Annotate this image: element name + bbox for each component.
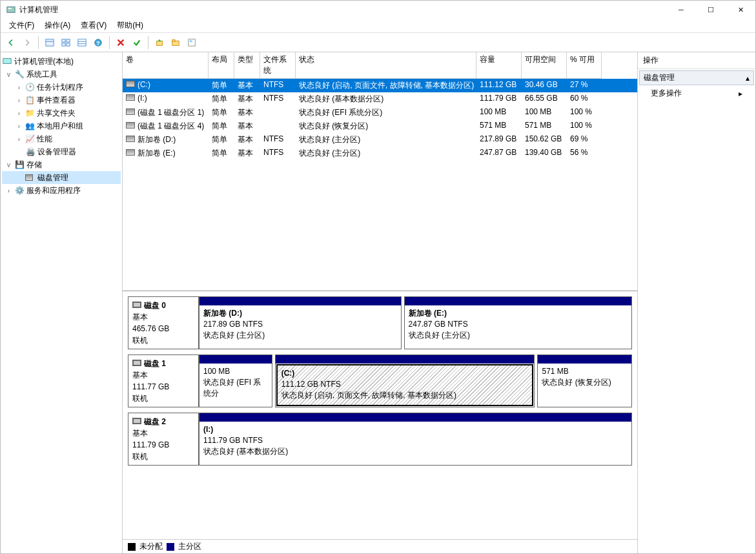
vol-free: 139.40 GB [522,147,567,160]
users-icon: 👥 [25,121,35,131]
nav-tree[interactable]: 计算机管理(本地) v🔧系统工具 ›🕑任务计划程序 ›📋事件查看器 ›📁共享文件… [1,52,123,553]
vol-status: 状态良好 (基本数据分区) [296,92,476,106]
vol-layout: 简单 [209,79,234,92]
partition[interactable]: 新加卷 (D:)217.89 GB NTFS状态良好 (主分区) [199,296,402,349]
partition[interactable]: (C:)111.12 GB NTFS状态良好 (启动, 页面文件, 故障转储, … [275,354,535,407]
col-type[interactable]: 类型 [234,52,260,79]
tree-services[interactable]: ›⚙️服务和应用程序 [2,184,121,197]
disk-info[interactable]: 磁盘 1基本111.77 GB联机 [128,354,199,407]
tree-devmgr[interactable]: 🖨️设备管理器 [2,145,121,158]
disk-row[interactable]: 磁盘 1基本111.77 GB联机100 MB状态良好 (EFI 系统分(C:)… [128,354,632,407]
drive-icon [126,136,135,142]
svg-rect-16 [189,39,196,46]
delete-icon[interactable] [114,36,128,50]
back-button[interactable] [4,36,18,50]
expand-icon[interactable]: › [15,96,23,104]
volume-row[interactable]: 新加卷 (D:)简单基本NTFS状态良好 (主分区)217.89 GB150.6… [123,133,637,147]
disk-info[interactable]: 磁盘 2基本111.79 GB联机 [128,413,199,466]
collapse-icon[interactable]: ▴ [746,74,750,83]
folder-icon[interactable] [169,36,183,50]
tree-diskmgmt[interactable]: 磁盘管理 [2,171,121,184]
actions-group[interactable]: 磁盘管理 ▴ [639,70,754,85]
disk-row[interactable]: 磁盘 2基本111.79 GB联机(I:)111.79 GB NTFS状态良好 … [128,413,632,466]
partition[interactable]: 571 MB状态良好 (恢复分区) [537,354,632,407]
disk-info[interactable]: 磁盘 0基本465.76 GB联机 [128,296,199,349]
collapse-icon[interactable]: v [5,161,13,169]
vol-pct: 100 % [567,119,602,133]
expand-icon[interactable]: › [15,122,23,130]
partition-status: 状态良好 (基本数据分区) [203,446,628,457]
maximize-button[interactable]: ☐ [696,1,726,19]
svg-rect-4 [62,39,65,41]
vol-layout: 简单 [209,119,234,133]
tree-root[interactable]: 计算机管理(本地) [2,55,121,68]
up-icon[interactable] [152,36,167,50]
disk-graphical-view[interactable]: 磁盘 0基本465.76 GB联机新加卷 (D:)217.89 GB NTFS状… [123,291,637,539]
vol-type: 基本 [234,92,260,106]
volume-row[interactable]: (C:)简单基本NTFS状态良好 (启动, 页面文件, 故障转储, 基本数据分区… [123,79,637,92]
help-icon[interactable]: ? [91,36,105,50]
main-content: 卷 布局 类型 文件系统 状态 容量 可用空间 % 可用 (C:)简单基本NTF… [123,52,638,553]
drive-icon [126,94,135,101]
partition-title: 新加卷 (D:) [203,308,397,319]
col-free[interactable]: 可用空间 [522,52,567,79]
col-layout[interactable]: 布局 [209,52,234,79]
legend-primary-swatch [167,543,174,551]
vol-status: 状态良好 (恢复分区) [296,119,476,133]
volume-list[interactable]: 卷 布局 类型 文件系统 状态 容量 可用空间 % 可用 (C:)简单基本NTF… [123,52,637,291]
col-fs[interactable]: 文件系统 [260,52,296,79]
computer-icon [2,56,12,67]
col-pct[interactable]: % 可用 [567,52,602,79]
menu-help[interactable]: 帮助(H) [112,18,148,33]
partition[interactable]: (I:)111.79 GB NTFS状态良好 (基本数据分区) [199,413,632,466]
view-grid-icon[interactable] [59,36,73,50]
expand-icon[interactable]: › [15,135,23,143]
vol-fs: NTFS [260,79,296,92]
view-list-icon[interactable] [43,36,57,50]
window-title: 计算机管理 [19,5,666,15]
expand-icon[interactable]: › [15,83,23,91]
tree-perf[interactable]: ›📈性能 [2,132,121,145]
col-volume[interactable]: 卷 [123,52,209,79]
disk-row[interactable]: 磁盘 0基本465.76 GB联机新加卷 (D:)217.89 GB NTFS状… [128,296,632,349]
partition-title: 新加卷 (E:) [409,308,628,319]
svg-rect-13 [157,41,163,45]
disk-state: 联机 [132,334,194,346]
properties-icon[interactable] [185,36,199,50]
vol-layout: 简单 [209,106,234,119]
check-icon[interactable] [130,36,144,50]
partition-status: 状态良好 (启动, 页面文件, 故障转储, 基本数据分区) [281,390,529,401]
tree-shared[interactable]: ›📁共享文件夹 [2,107,121,119]
menu-file[interactable]: 文件(F) [4,18,39,33]
view-detail-icon[interactable] [75,36,89,50]
forward-button[interactable] [20,36,34,50]
vol-type: 基本 [234,106,260,119]
title-bar: 计算机管理 ─ ☐ ✕ [1,1,755,19]
close-button[interactable]: ✕ [726,1,755,19]
tree-users[interactable]: ›👥本地用户和组 [2,119,121,132]
volume-row[interactable]: (磁盘 1 磁盘分区 4)简单基本状态良好 (恢复分区)571 MB571 MB… [123,119,637,133]
vol-free: 571 MB [522,119,567,133]
tree-eventviewer[interactable]: ›📋事件查看器 [2,94,121,107]
col-status[interactable]: 状态 [296,52,476,79]
vol-type: 基本 [234,147,260,160]
legend-unallocated: 未分配 [139,541,163,552]
partition[interactable]: 新加卷 (E:)247.87 GB NTFS状态良好 (主分区) [404,296,632,349]
expand-icon[interactable]: › [5,187,13,194]
volume-row[interactable]: (I:)简单基本NTFS状态良好 (基本数据分区)111.79 GB66.55 … [123,92,637,106]
minimize-button[interactable]: ─ [666,1,696,19]
menu-action[interactable]: 操作(A) [39,18,76,33]
menu-view[interactable]: 查看(V) [76,18,112,33]
vol-capacity: 111.79 GB [476,92,522,106]
collapse-icon[interactable]: v [5,70,13,78]
tree-systools[interactable]: v🔧系统工具 [2,68,121,81]
col-capacity[interactable]: 容量 [476,52,522,79]
actions-more[interactable]: 更多操作 ▸ [638,85,755,101]
volume-row[interactable]: 新加卷 (E:)简单基本NTFS状态良好 (主分区)247.87 GB139.4… [123,147,637,160]
expand-icon[interactable]: › [15,109,23,117]
tree-storage[interactable]: v💾存储 [2,158,121,171]
tree-tasksched[interactable]: ›🕑任务计划程序 [2,81,121,94]
volume-row[interactable]: (磁盘 1 磁盘分区 1)简单基本状态良好 (EFI 系统分区)100 MB10… [123,106,637,119]
partition[interactable]: 100 MB状态良好 (EFI 系统分 [199,354,272,407]
partition-bar [538,355,631,364]
